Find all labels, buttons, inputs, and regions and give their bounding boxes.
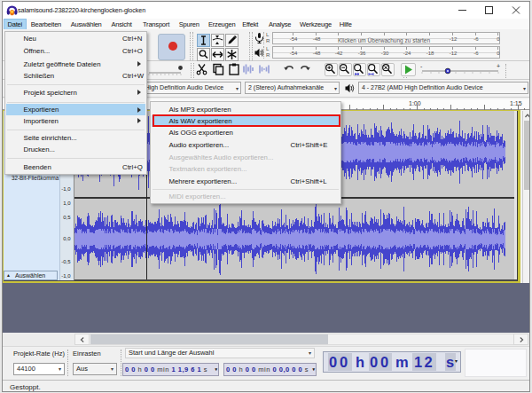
svg-text:+: + [497, 63, 500, 69]
svg-text:-: - [420, 63, 423, 69]
